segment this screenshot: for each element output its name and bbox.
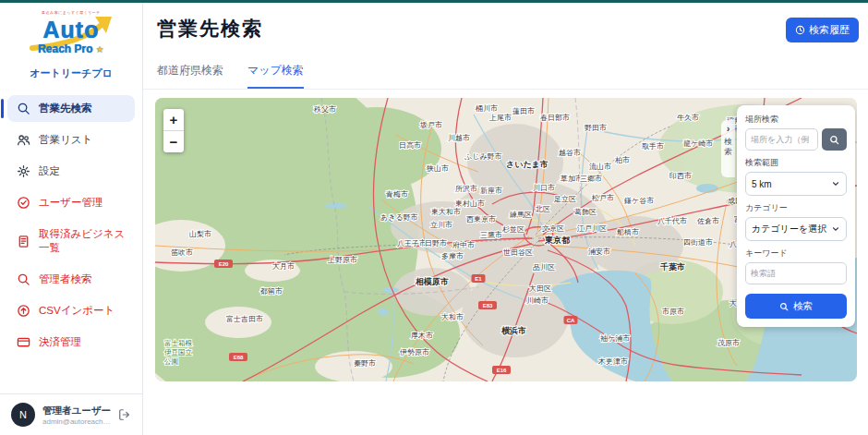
sidebar-item[interactable]: CSVインポート — [7, 297, 135, 324]
gear-icon — [17, 164, 30, 178]
sidebar-item[interactable]: 営業リスト — [7, 127, 135, 153]
sidebar-item-label: 営業リスト — [39, 133, 92, 147]
map-place-label: 多摩市 — [441, 252, 464, 260]
map-place-label: 大和市 — [441, 313, 464, 321]
sidebar-item[interactable]: 設定 — [7, 158, 135, 185]
zoom-in-button[interactable]: + — [163, 109, 184, 130]
map-place-label: 江戸川区 — [576, 224, 607, 233]
svg-text:E20: E20 — [219, 261, 229, 267]
location-input[interactable] — [745, 128, 818, 151]
map-place-label: 越谷市 — [559, 149, 581, 157]
panel-search-button[interactable]: 検索 — [745, 294, 847, 319]
motorway-badge: E20 — [214, 260, 233, 268]
logout-icon[interactable] — [118, 408, 131, 421]
card-icon — [17, 335, 30, 349]
map-place-label: 日野市 — [425, 239, 447, 248]
users-icon — [17, 133, 30, 147]
map-place-label: 世田谷区 — [503, 248, 533, 257]
location-label: 場所検索 — [745, 114, 847, 126]
map-place-label: 西東京市 — [466, 215, 496, 224]
map-place-label: 伊豆国立 — [164, 348, 193, 356]
map-place-label: 上野原市 — [327, 256, 357, 264]
map-place-label: 佐倉市 — [697, 217, 719, 225]
search-icon — [17, 102, 30, 115]
zoom-out-button[interactable]: − — [163, 131, 184, 152]
map-place-label: 東村山市 — [455, 199, 485, 208]
map-place-label: 柏市 — [615, 156, 630, 164]
map-place-label: 四街道市 — [683, 238, 713, 247]
map-place-label: 袖ケ浦市 — [599, 334, 630, 343]
search-history-button[interactable]: 検索履歴 — [786, 18, 859, 42]
search-icon — [17, 272, 30, 286]
sidebar-item[interactable]: ユーザー管理 — [7, 189, 135, 216]
brand-name: Auto — [27, 17, 115, 43]
radius-select[interactable]: 5 km — [745, 172, 847, 196]
map-place-label: 龍ケ崎市 — [683, 139, 713, 148]
map-place-label: 笛吹市 — [171, 248, 193, 257]
map-zoom-control: + − — [163, 109, 184, 152]
map-place-label: 相模原市 — [415, 277, 449, 286]
chevron-right-icon: › — [727, 124, 730, 134]
map-place-label: 品川区 — [533, 263, 555, 272]
tab-prefecture-search[interactable]: 都道府県検索 — [157, 63, 223, 89]
map-place-label: 木更津市 — [597, 357, 628, 366]
user-meta: 管理者ユーザー admin@autoreach.pro — [42, 405, 111, 426]
logo[interactable]: 見込み客にまっすぐ届くリーチ Auto Reach Pro ★ オートリーチプロ — [0, 3, 142, 80]
page-title: 営業先検索 — [157, 16, 263, 42]
svg-text:CA: CA — [567, 318, 575, 323]
sidebar-item-label: 管理者検索 — [39, 272, 92, 286]
map-place-label: 春日部市 — [540, 114, 570, 122]
clock-icon — [795, 25, 805, 35]
logo-mark: Auto Reach Pro ★ — [27, 15, 115, 57]
sidebar-item-label: CSVインポート — [39, 304, 115, 318]
map-place-label: 練馬区 — [509, 211, 532, 219]
map-place-label: 東京都 — [544, 236, 571, 245]
sidebar-item[interactable]: 管理者検索 — [7, 266, 135, 293]
category-label: カテゴリー — [745, 202, 847, 214]
map-place-label: 鎌ケ谷市 — [624, 197, 654, 205]
map-place-label: 川崎市 — [526, 296, 549, 305]
sidebar-item[interactable]: 取得済みビジネス一覧 — [7, 221, 135, 261]
sidebar-item-label: 営業先検索 — [39, 102, 92, 115]
map-place-label: 立川市 — [430, 221, 452, 229]
map-place-label: 茂原市 — [717, 339, 740, 347]
map-place-label: 所沢市 — [455, 185, 477, 193]
map-place-label: 桶川市 — [475, 104, 498, 113]
map-place-label: 都留市 — [259, 287, 283, 296]
user-check-icon — [17, 196, 30, 210]
sidebar-item[interactable]: 決済管理 — [7, 329, 135, 356]
map-place-label: 野田市 — [585, 124, 607, 132]
map-place-label: 松戸市 — [592, 194, 614, 202]
map-place-label: 葛飾区 — [574, 208, 597, 216]
map-place-label: 印西市 — [669, 172, 692, 180]
map-place-label: 八王子市 — [397, 239, 427, 248]
map-place-label: 新座市 — [480, 187, 502, 195]
map-place-label: 三郷市 — [580, 175, 602, 183]
category-select[interactable]: カテゴリーを選択 — [745, 217, 847, 241]
motorway-badge: E83 — [478, 301, 497, 309]
map-place-label: 青梅市 — [385, 190, 408, 199]
page-header: 営業先検索 検索履歴 — [143, 3, 868, 42]
map-search-panel: 場所検索 検索範囲 5 km カテゴリー カテゴリーを選択 キーワード — [737, 105, 855, 327]
sidebar-item-label: 取得済みビジネス一覧 — [39, 227, 126, 255]
panel-collapse-toggle[interactable]: › 検索 — [721, 120, 735, 177]
tab-map-search[interactable]: マップ検索 — [247, 63, 304, 89]
map-place-label: 富士吉田市 — [226, 315, 263, 323]
map-place-label: 杉並区 — [502, 225, 524, 234]
map-place-label: 横浜市 — [500, 326, 526, 335]
radius-label: 検索範囲 — [745, 157, 847, 169]
keyword-input[interactable] — [745, 262, 847, 284]
map-place-label: 北区 — [535, 205, 550, 213]
map-place-label: 伊勢原市 — [400, 348, 429, 356]
map-place-label: 足立区 — [553, 195, 576, 203]
map-place-label: 牛久市 — [677, 114, 699, 122]
map-place-label: 大月市 — [272, 262, 295, 271]
sidebar: 見込み客にまっすぐ届くリーチ Auto Reach Pro ★ オートリーチプロ… — [0, 3, 143, 435]
map-container: 秩父市桶川市上尾市蓮田市春日部市野田市坂戸市川越市日高市ふじみ野市さいたま市越谷… — [155, 98, 857, 381]
motorway-badge: E68 — [229, 353, 247, 361]
brand-name-jp: オートリーチプロ — [0, 66, 142, 80]
location-search-button[interactable] — [822, 128, 847, 151]
sidebar-item[interactable]: 営業先検索 — [7, 95, 135, 122]
map-place-label: 大田区 — [529, 284, 551, 293]
user-name: 管理者ユーザー — [42, 405, 111, 417]
